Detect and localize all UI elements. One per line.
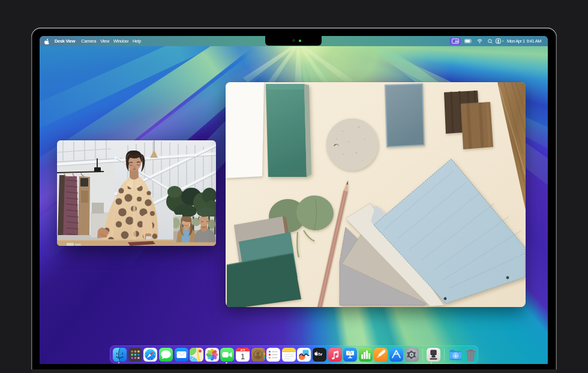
svg-text:APR: APR: [241, 348, 245, 351]
svg-text:tv: tv: [319, 351, 323, 356]
svg-text:1: 1: [241, 351, 245, 360]
